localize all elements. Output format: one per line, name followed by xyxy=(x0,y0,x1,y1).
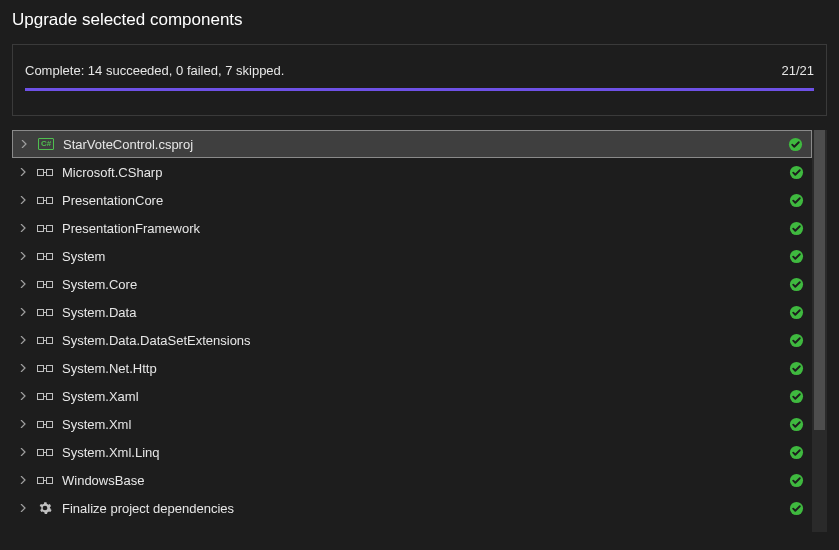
list-item[interactable]: PresentationCore xyxy=(12,186,812,214)
reference-icon xyxy=(36,304,54,320)
list-item-label: System.Xml xyxy=(62,417,788,432)
svg-rect-25 xyxy=(38,338,44,344)
svg-rect-22 xyxy=(47,310,53,316)
chevron-right-icon[interactable] xyxy=(18,195,28,205)
chevron-right-icon[interactable] xyxy=(18,307,28,317)
svg-rect-37 xyxy=(38,422,44,428)
component-list: C#StarVoteControl.csprojMicrosoft.CSharp… xyxy=(12,130,812,532)
chevron-right-icon[interactable] xyxy=(18,167,28,177)
list-item[interactable]: PresentationFramework xyxy=(12,214,812,242)
svg-rect-29 xyxy=(38,366,44,372)
progress-bar xyxy=(25,88,814,91)
list-item-label: WindowsBase xyxy=(62,473,788,488)
reference-icon xyxy=(36,164,54,180)
svg-rect-41 xyxy=(38,450,44,456)
list-item-label: Finalize project dependencies xyxy=(62,501,788,516)
chevron-right-icon[interactable] xyxy=(18,391,28,401)
svg-rect-26 xyxy=(47,338,53,344)
svg-rect-33 xyxy=(38,394,44,400)
list-item[interactable]: Finalize project dependencies xyxy=(12,494,812,522)
svg-rect-38 xyxy=(47,422,53,428)
list-item-label: Microsoft.CSharp xyxy=(62,165,788,180)
reference-icon xyxy=(36,472,54,488)
list-item[interactable]: C#StarVoteControl.csproj xyxy=(12,130,812,158)
list-item-label: System.Net.Http xyxy=(62,361,788,376)
list-item-label: System.Data.DataSetExtensions xyxy=(62,333,788,348)
list-item-label: System.Core xyxy=(62,277,788,292)
svg-rect-6 xyxy=(47,198,53,204)
list-item[interactable]: System.Core xyxy=(12,270,812,298)
list-item[interactable]: System.Net.Http xyxy=(12,354,812,382)
chevron-right-icon[interactable] xyxy=(18,503,28,513)
reference-icon xyxy=(36,276,54,292)
chevron-right-icon[interactable] xyxy=(18,363,28,373)
svg-rect-9 xyxy=(38,226,44,232)
svg-rect-46 xyxy=(47,478,53,484)
chevron-right-icon[interactable] xyxy=(18,419,28,429)
chevron-right-icon[interactable] xyxy=(18,475,28,485)
reference-icon xyxy=(36,444,54,460)
success-icon xyxy=(788,248,804,264)
success-icon xyxy=(787,136,803,152)
list-item[interactable]: System.Data.DataSetExtensions xyxy=(12,326,812,354)
chevron-right-icon[interactable] xyxy=(18,335,28,345)
status-text: Complete: 14 succeeded, 0 failed, 7 skip… xyxy=(25,63,284,78)
svg-rect-5 xyxy=(38,198,44,204)
reference-icon xyxy=(36,360,54,376)
reference-icon xyxy=(36,388,54,404)
svg-rect-13 xyxy=(38,254,44,260)
success-icon xyxy=(788,164,804,180)
svg-rect-2 xyxy=(47,170,53,176)
success-icon xyxy=(788,192,804,208)
list-item[interactable]: System.Xaml xyxy=(12,382,812,410)
list-item[interactable]: WindowsBase xyxy=(12,466,812,494)
success-icon xyxy=(788,304,804,320)
chevron-right-icon[interactable] xyxy=(18,279,28,289)
svg-rect-14 xyxy=(47,254,53,260)
list-item[interactable]: System.Xml xyxy=(12,410,812,438)
list-item[interactable]: System.Xml.Linq xyxy=(12,438,812,466)
chevron-right-icon[interactable] xyxy=(19,139,29,149)
success-icon xyxy=(788,472,804,488)
reference-icon xyxy=(36,248,54,264)
success-icon xyxy=(788,220,804,236)
csproj-icon: C# xyxy=(37,136,55,152)
svg-rect-1 xyxy=(38,170,44,176)
reference-icon xyxy=(36,416,54,432)
scrollbar-thumb[interactable] xyxy=(814,130,825,430)
reference-icon xyxy=(36,332,54,348)
success-icon xyxy=(788,444,804,460)
list-item-label: System.Data xyxy=(62,305,788,320)
svg-rect-21 xyxy=(38,310,44,316)
list-item-label: PresentationCore xyxy=(62,193,788,208)
reference-icon xyxy=(36,220,54,236)
status-panel: Complete: 14 succeeded, 0 failed, 7 skip… xyxy=(12,44,827,116)
svg-rect-30 xyxy=(47,366,53,372)
success-icon xyxy=(788,388,804,404)
list-item[interactable]: System xyxy=(12,242,812,270)
status-count: 21/21 xyxy=(781,63,814,78)
svg-rect-34 xyxy=(47,394,53,400)
page-title: Upgrade selected components xyxy=(12,10,827,30)
success-icon xyxy=(788,276,804,292)
success-icon xyxy=(788,500,804,516)
chevron-right-icon[interactable] xyxy=(18,447,28,457)
svg-rect-45 xyxy=(38,478,44,484)
reference-icon xyxy=(36,192,54,208)
chevron-right-icon[interactable] xyxy=(18,223,28,233)
list-item[interactable]: Microsoft.CSharp xyxy=(12,158,812,186)
list-item-label: System.Xaml xyxy=(62,389,788,404)
list-item-label: System.Xml.Linq xyxy=(62,445,788,460)
list-item-label: System xyxy=(62,249,788,264)
csproj-badge: C# xyxy=(38,138,54,150)
success-icon xyxy=(788,332,804,348)
svg-rect-10 xyxy=(47,226,53,232)
list-item[interactable]: System.Data xyxy=(12,298,812,326)
svg-rect-42 xyxy=(47,450,53,456)
success-icon xyxy=(788,416,804,432)
list-item-label: PresentationFramework xyxy=(62,221,788,236)
scrollbar[interactable] xyxy=(812,130,827,532)
chevron-right-icon[interactable] xyxy=(18,251,28,261)
list-item-label: StarVoteControl.csproj xyxy=(63,137,787,152)
svg-rect-17 xyxy=(38,282,44,288)
